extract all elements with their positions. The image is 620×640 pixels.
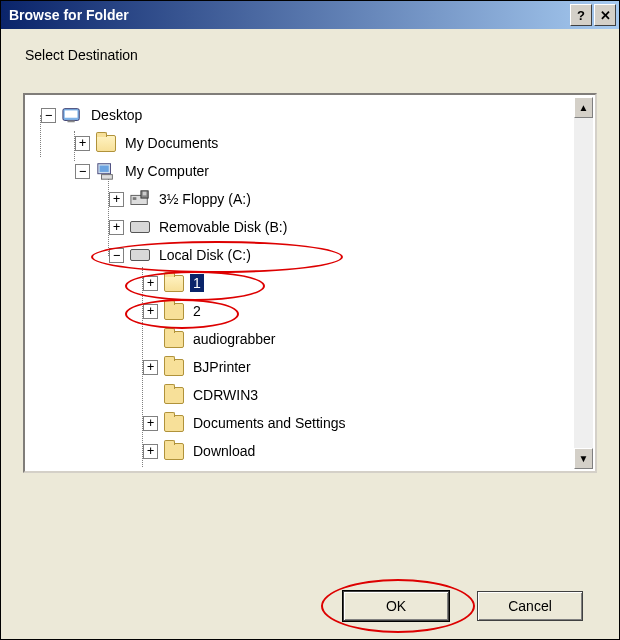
documents-folder-icon [96,134,116,152]
tree-node-my-documents[interactable]: + My Documents [33,129,593,157]
tree-label: CDRWIN3 [190,386,261,404]
svg-rect-4 [100,166,109,172]
collapse-icon[interactable]: − [41,108,56,123]
vertical-scrollbar[interactable]: ▲ ▼ [574,97,593,469]
svg-rect-7 [133,197,137,200]
tree-node-documents-and-settings[interactable]: + Documents and Settings [33,409,593,437]
tree-label: audiograbber [190,330,279,348]
tree-node-folder-1[interactable]: + 1 [33,269,593,297]
expand-icon[interactable]: + [109,220,124,235]
folder-icon [164,274,184,292]
folder-icon [164,414,184,432]
folder-icon [164,442,184,460]
removable-drive-icon [130,218,150,236]
expand-icon[interactable]: + [109,192,124,207]
instruction-label: Select Destination [25,47,597,63]
tree-label: 1 [190,274,204,292]
expand-icon[interactable]: + [143,416,158,431]
dialog-body: Select Destination − Desktop [1,29,619,473]
tree-node-my-computer[interactable]: − My Computer [33,157,593,185]
desktop-icon [62,106,82,124]
cancel-button[interactable]: Cancel [477,591,583,621]
tree-node-bjprinter[interactable]: + BJPrinter [33,353,593,381]
close-button[interactable]: ✕ [594,4,616,26]
folder-icon [164,386,184,404]
tree-node-cdrwin3[interactable]: CDRWIN3 [33,381,593,409]
scroll-down-button[interactable]: ▼ [574,448,593,469]
button-bar: OK Cancel [1,591,619,621]
tree-node-download[interactable]: + Download [33,437,593,465]
tree-label: 3½ Floppy (A:) [156,190,254,208]
tree-label: Removable Disk (B:) [156,218,290,236]
tree-node-folder-2[interactable]: + 2 [33,297,593,325]
ok-button[interactable]: OK [343,591,449,621]
hard-drive-icon [130,246,150,264]
tree-node-desktop[interactable]: − Desktop [33,101,593,129]
tree-node-local-disk-c[interactable]: − Local Disk (C:) [33,241,593,269]
tree-label: My Documents [122,134,221,152]
tree-label: Documents and Settings [190,414,349,432]
tree-label: My Computer [122,162,212,180]
svg-rect-2 [67,120,74,122]
titlebar[interactable]: Browse for Folder ? ✕ [1,1,619,29]
folder-tree[interactable]: − Desktop + My Documents − [23,93,597,473]
browse-folder-dialog: Browse for Folder ? ✕ Select Destination… [0,0,620,640]
svg-rect-1 [65,110,78,117]
expand-icon[interactable]: + [143,360,158,375]
expand-icon[interactable]: + [143,444,158,459]
tree-node-audiograbber[interactable]: audiograbber [33,325,593,353]
computer-icon [96,162,116,180]
tree-label: Download [190,442,258,460]
collapse-icon[interactable]: − [75,164,90,179]
tree-label: Local Disk (C:) [156,246,254,264]
floppy-drive-icon [130,190,150,208]
window-title: Browse for Folder [9,7,568,23]
tree-label: 2 [190,302,204,320]
expand-icon[interactable]: + [75,136,90,151]
collapse-icon[interactable]: − [109,248,124,263]
folder-icon [164,302,184,320]
expand-icon[interactable]: + [143,304,158,319]
folder-icon [164,358,184,376]
help-button[interactable]: ? [570,4,592,26]
tree-label: Desktop [88,106,145,124]
folder-icon [164,330,184,348]
expand-icon[interactable]: + [143,276,158,291]
svg-rect-5 [101,175,112,180]
tree-node-floppy-a[interactable]: + 3½ Floppy (A:) [33,185,593,213]
tree-label: BJPrinter [190,358,254,376]
scroll-up-button[interactable]: ▲ [574,97,593,118]
tree-node-removable-b[interactable]: + Removable Disk (B:) [33,213,593,241]
svg-rect-9 [143,192,147,196]
